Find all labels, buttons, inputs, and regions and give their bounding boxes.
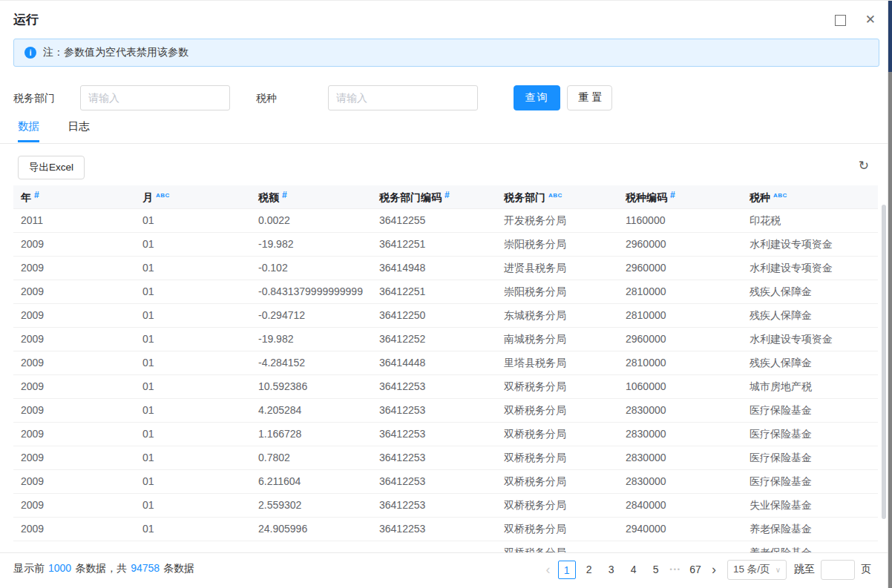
- cell: 2011: [13, 209, 135, 232]
- cell: 2830000: [618, 399, 742, 422]
- page-button-4[interactable]: 4: [625, 561, 643, 578]
- record-summary: 显示前1000条数据，共94758条数据: [13, 562, 194, 575]
- page-button-2[interactable]: 2: [580, 561, 598, 578]
- cell: -0.294712: [251, 304, 372, 327]
- maximize-icon[interactable]: [835, 15, 846, 26]
- cell: 2009: [13, 494, 135, 517]
- cell: 01: [135, 446, 251, 469]
- cell: 进贤县税务局: [496, 257, 618, 280]
- table-row: 2009 01 0.7802 36412253 双桥税务分局 2830000 医…: [13, 446, 878, 470]
- close-icon[interactable]: ✕: [865, 12, 876, 28]
- cell: 24.905996: [251, 518, 372, 541]
- column-header: 税额#: [251, 185, 372, 208]
- cell: 双桥税务分局: [496, 494, 618, 517]
- cell: -19.982: [251, 233, 372, 256]
- cell: 36412250: [372, 304, 496, 327]
- cell: 01: [135, 280, 251, 303]
- page-size-select[interactable]: 15 条/页 ∨: [727, 560, 787, 580]
- cell: 双桥税务分局: [496, 375, 618, 398]
- result-table: 年# 月ABC 税额# 税务部门编码# 税务部门ABC 税种编码# 税种ABC …: [13, 185, 878, 552]
- info-icon: i: [24, 47, 36, 59]
- page-button-1[interactable]: 1: [558, 561, 576, 579]
- cell: 开发税务分局: [496, 209, 618, 232]
- cell: 01: [135, 518, 251, 541]
- column-header: 税种编码#: [618, 185, 742, 208]
- cell: 养老保险基金: [742, 541, 878, 552]
- column-header: 税务部门编码#: [372, 185, 496, 208]
- tab-divider: [0, 143, 888, 144]
- table-row: 双桥税务分局 养老保险基金: [13, 541, 878, 552]
- cell: 01: [135, 257, 251, 280]
- page-size-value: 15 条/页: [733, 563, 770, 576]
- column-label: 月: [142, 191, 153, 203]
- cell: 0.0022: [251, 209, 372, 232]
- table-row: 2009 01 -19.982 36412252 南城税务分局 2960000 …: [13, 328, 878, 351]
- cell: 里塔县税务局: [496, 351, 618, 374]
- cell: 2940000: [618, 518, 742, 541]
- query-button[interactable]: 查询: [514, 85, 560, 110]
- summary-prefix: 显示前: [13, 562, 45, 574]
- refresh-icon[interactable]: ↻: [859, 159, 869, 173]
- cell: 1060000: [618, 375, 742, 398]
- summary-middle: 条数据，共: [75, 562, 127, 574]
- tax-type-label: 税种: [256, 85, 277, 110]
- footer: 显示前1000条数据，共94758条数据 ‹ 1 2 3 4 5 ••• 67 …: [0, 552, 888, 588]
- cell: 2009: [13, 423, 135, 446]
- cell: -4.284152: [251, 351, 372, 374]
- summary-suffix: 条数据: [163, 562, 194, 574]
- cell: 2009: [13, 328, 135, 351]
- cell: 崇阳税务分局: [496, 280, 618, 303]
- table-row: 2009 01 -19.982 36412251 崇阳税务分局 2960000 …: [13, 233, 878, 257]
- cell: 残疾人保障金: [742, 351, 878, 374]
- cell: [135, 541, 251, 552]
- export-excel-button[interactable]: 导出Excel: [18, 156, 85, 179]
- reset-button[interactable]: 重置: [567, 85, 612, 110]
- table-header-row: 年# 月ABC 税额# 税务部门编码# 税务部门ABC 税种编码# 税种ABC: [13, 185, 878, 209]
- cell: -0.102: [251, 257, 372, 280]
- table-scrollbar-thumb[interactable]: [882, 205, 886, 519]
- cell: 2810000: [618, 304, 742, 327]
- cell: 1160000: [618, 209, 742, 232]
- cell: 2009: [13, 470, 135, 493]
- tax-type-input[interactable]: [328, 85, 478, 110]
- cell: 2960000: [618, 233, 742, 256]
- column-label: 税务部门: [504, 191, 545, 203]
- column-label: 税额: [258, 191, 279, 203]
- table-row: 2009 01 4.205284 36412253 双桥税务分局 2830000…: [13, 399, 878, 423]
- cell: 失业保险基金: [742, 494, 878, 517]
- column-type-icon: #: [282, 190, 287, 200]
- table-row: 2009 01 6.211604 36412253 双桥税务分局 2830000…: [13, 470, 878, 494]
- cell: 4.205284: [251, 399, 372, 422]
- cell: 2960000: [618, 328, 742, 351]
- page-button-5[interactable]: 5: [647, 561, 665, 578]
- column-label: 税务部门编码: [379, 191, 442, 203]
- cell: 养老保险基金: [742, 518, 878, 541]
- tax-department-input[interactable]: [80, 85, 230, 110]
- cell: 医疗保险基金: [742, 423, 878, 446]
- column-header: 月ABC: [135, 185, 251, 208]
- jump-page-input[interactable]: [821, 560, 855, 580]
- jump-page-suffix: 页: [861, 563, 871, 576]
- next-page-icon[interactable]: ›: [706, 561, 721, 578]
- cell: 2009: [13, 257, 135, 280]
- cell: 36412251: [372, 280, 496, 303]
- page-button-3[interactable]: 3: [603, 561, 620, 578]
- cell: 1.166728: [251, 423, 372, 446]
- cell: 2009: [13, 233, 135, 256]
- cell: 水利建设专项资金: [742, 233, 878, 256]
- table-row: 2009 01 -0.294712 36412250 东城税务分局 281000…: [13, 304, 878, 328]
- cell: 36412253: [372, 470, 496, 493]
- background-page-scrollbar-strip[interactable]: [888, 72, 892, 588]
- prev-page-icon[interactable]: ‹: [541, 561, 556, 578]
- cell: 2009: [13, 351, 135, 374]
- cell: 36412253: [372, 446, 496, 469]
- cell: 2009: [13, 375, 135, 398]
- more-pages-icon[interactable]: •••: [670, 566, 681, 573]
- cell: 01: [135, 209, 251, 232]
- cell: 10.592386: [251, 375, 372, 398]
- table-row: 2009 01 1.166728 36412253 双桥税务分局 2830000…: [13, 423, 878, 446]
- cell: 01: [135, 399, 251, 422]
- tab-data[interactable]: 数据: [18, 119, 39, 133]
- tab-log[interactable]: 日志: [68, 119, 89, 133]
- page-button-last[interactable]: 67: [686, 561, 704, 578]
